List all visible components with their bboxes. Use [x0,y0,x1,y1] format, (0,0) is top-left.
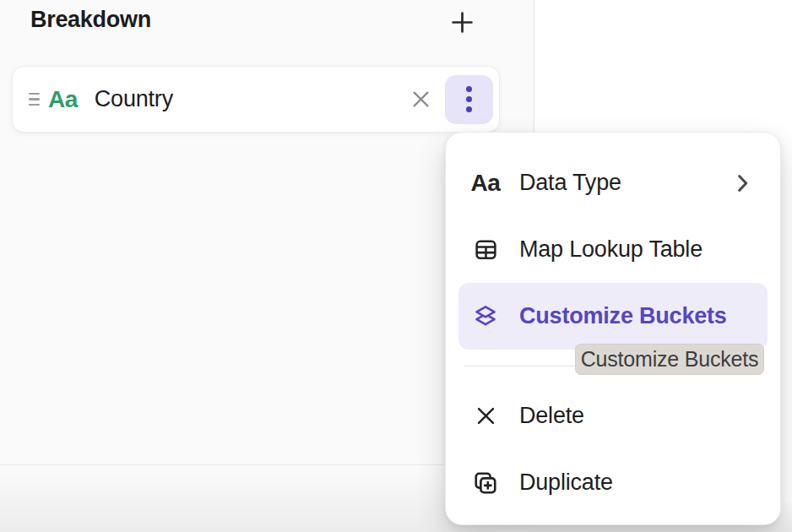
add-breakdown-button[interactable] [448,8,476,36]
layers-icon [473,304,498,329]
menu-item-label: Map Lookup Table [519,236,702,263]
text-type-icon: Aa [48,86,78,113]
kebab-dot [466,96,472,102]
tooltip-text: Customize Buckets [581,347,759,372]
remove-field-button[interactable] [404,84,437,116]
kebab-dot [466,106,472,112]
kebab-dot [466,86,472,92]
menu-item-label: Data Type [519,170,621,196]
copy-plus-icon [473,470,498,496]
tooltip: Customize Buckets [575,344,764,375]
menu-item-customize-buckets[interactable]: Customize Buckets [458,283,768,350]
panel-header: Breakdown [0,0,534,44]
plus-icon [449,9,475,35]
menu-item-duplicate[interactable]: Duplicate [458,449,768,516]
field-context-menu: Aa Data Type Map Lookup Table Customize … [445,132,781,525]
text-type-icon: Aa [473,170,498,197]
menu-item-label: Duplicate [519,470,613,496]
drag-handle-icon[interactable] [29,93,41,106]
breakdown-field-card[interactable]: Aa Country [12,66,500,133]
field-menu-button[interactable] [445,75,493,124]
field-label: Country [95,86,173,112]
chevron-right-icon [736,173,749,193]
menu-item-map-lookup-table[interactable]: Map Lookup Table [458,216,768,283]
close-icon [410,88,432,111]
menu-item-delete[interactable]: Delete [458,383,768,449]
menu-item-data-type[interactable]: Aa Data Type [458,149,768,216]
page-title: Breakdown [30,7,151,33]
menu-item-label: Customize Buckets [519,303,727,329]
x-icon [473,404,498,427]
table-icon [473,237,498,262]
menu-item-label: Delete [519,403,584,429]
